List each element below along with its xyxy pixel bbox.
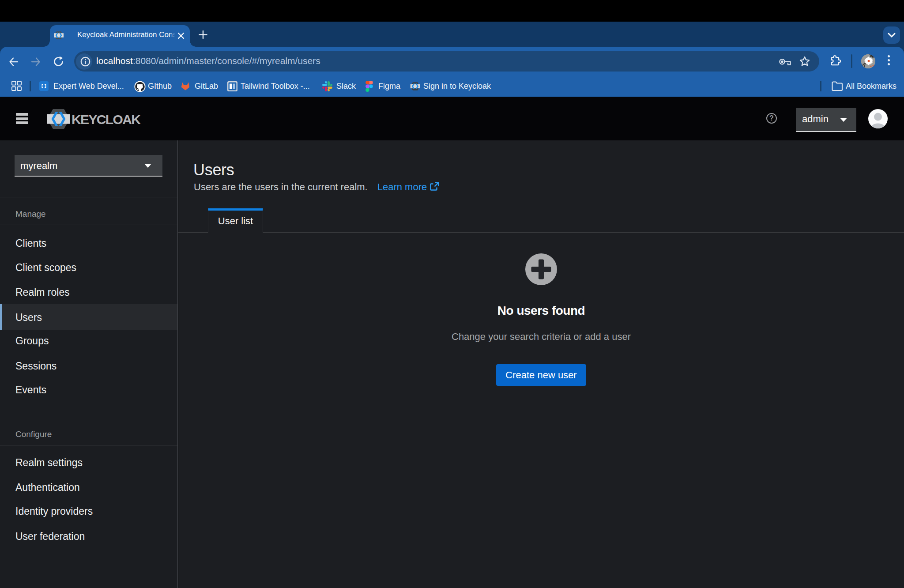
svg-text:KEYCLOAK: KEYCLOAK: [72, 112, 141, 127]
